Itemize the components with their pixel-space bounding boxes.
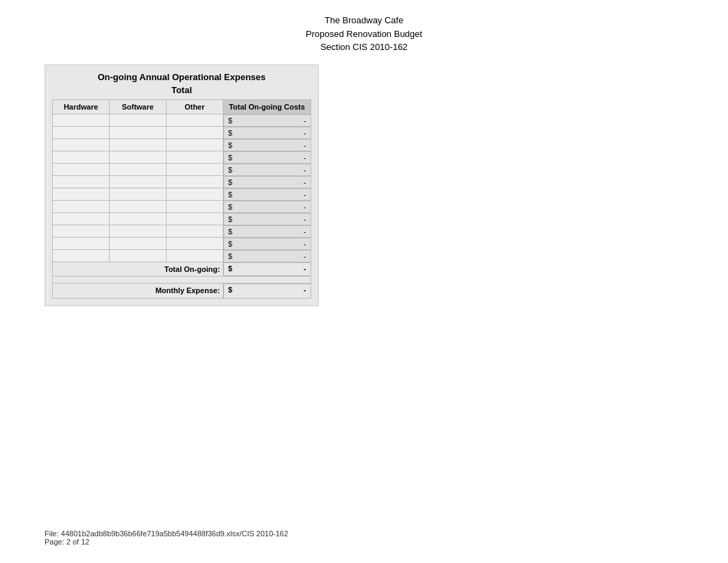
cell-software bbox=[109, 201, 166, 213]
dollar-sign: $ bbox=[228, 286, 232, 297]
cell-software bbox=[109, 188, 166, 201]
cell-software bbox=[109, 164, 166, 176]
subtotal-row: Total On-going:$- bbox=[53, 262, 311, 277]
cell-total: $- bbox=[223, 188, 311, 201]
cell-other bbox=[166, 250, 223, 262]
cell-total: $- bbox=[223, 151, 311, 164]
cell-other bbox=[166, 114, 223, 127]
col-header-software: Software bbox=[109, 99, 166, 114]
cell-software bbox=[109, 213, 166, 225]
cell-hardware bbox=[53, 250, 110, 262]
cell-total: $- bbox=[223, 114, 311, 127]
dollar-sign: $ bbox=[228, 227, 232, 236]
cell-total: $- bbox=[223, 127, 311, 139]
cell-software bbox=[109, 225, 166, 238]
table-row: $- bbox=[53, 238, 311, 250]
content-area: On-going Annual Operational Expenses Tot… bbox=[0, 61, 728, 307]
cell-other bbox=[166, 151, 223, 164]
monthly-row: Monthly Expense:$- bbox=[53, 283, 311, 299]
cell-hardware bbox=[53, 213, 110, 225]
cell-software bbox=[109, 250, 166, 262]
cell-other bbox=[166, 127, 223, 139]
cell-total: $- bbox=[223, 176, 311, 188]
header-line2: Proposed Renovation Budget bbox=[0, 27, 728, 41]
cell-other bbox=[166, 164, 223, 176]
section-title: On-going Annual Operational Expenses bbox=[52, 72, 311, 82]
table-row: $- bbox=[53, 151, 311, 164]
dollar-sign: $ bbox=[228, 252, 232, 260]
cell-software bbox=[109, 139, 166, 151]
cell-hardware bbox=[53, 127, 110, 139]
cell-other bbox=[166, 176, 223, 188]
value: - bbox=[304, 264, 306, 274]
table-row: $- bbox=[53, 127, 311, 139]
table-row: $- bbox=[53, 139, 311, 151]
cell-total: $- bbox=[223, 250, 311, 262]
cell-total: $- bbox=[223, 238, 311, 250]
page-header: The Broadway Cafe Proposed Renovation Bu… bbox=[0, 0, 728, 54]
dollar-sign: $ bbox=[228, 190, 232, 199]
dollar-sign: $ bbox=[228, 264, 232, 274]
value: - bbox=[304, 129, 306, 137]
value: - bbox=[304, 190, 306, 199]
value: - bbox=[304, 141, 306, 149]
value: - bbox=[304, 227, 306, 236]
total-label: Total bbox=[52, 85, 311, 95]
value: - bbox=[304, 166, 306, 174]
cell-other bbox=[166, 238, 223, 250]
cell-total: $- bbox=[223, 164, 311, 176]
cell-software bbox=[109, 114, 166, 127]
dollar-sign: $ bbox=[228, 141, 232, 149]
header-line1: The Broadway Cafe bbox=[0, 14, 728, 27]
table-row: $- bbox=[53, 213, 311, 225]
cell-total: $- bbox=[223, 139, 311, 151]
cell-hardware bbox=[53, 188, 110, 201]
table-row: $- bbox=[53, 201, 311, 213]
table-container: On-going Annual Operational Expenses Tot… bbox=[45, 64, 319, 307]
footer-page: Page: 2 of 12 bbox=[45, 538, 288, 546]
col-header-other: Other bbox=[166, 99, 223, 114]
table-row: $- bbox=[53, 164, 311, 176]
dollar-sign: $ bbox=[228, 203, 232, 211]
footer-file: File: 44801b2adb8b9b36b66fe719a5bb549448… bbox=[45, 529, 288, 538]
spacer-row bbox=[53, 276, 311, 283]
value: - bbox=[304, 252, 306, 260]
cell-other bbox=[166, 139, 223, 151]
page-footer: File: 44801b2adb8b9b36b66fe719a5bb549448… bbox=[45, 529, 288, 546]
cell-other bbox=[166, 225, 223, 238]
dollar-sign: $ bbox=[228, 129, 232, 137]
dollar-sign: $ bbox=[228, 166, 232, 174]
expense-table: Hardware Software Other Total On-going C… bbox=[52, 99, 311, 299]
cell-other bbox=[166, 188, 223, 201]
cell-other bbox=[166, 201, 223, 213]
dollar-sign: $ bbox=[228, 240, 232, 248]
dollar-sign: $ bbox=[228, 215, 232, 223]
cell-software bbox=[109, 127, 166, 139]
subtotal-value: $- bbox=[223, 262, 311, 276]
cell-other bbox=[166, 213, 223, 225]
dollar-sign: $ bbox=[228, 153, 232, 162]
value: - bbox=[304, 286, 306, 297]
cell-hardware bbox=[53, 225, 110, 238]
col-header-total: Total On-going Costs bbox=[223, 99, 311, 114]
value: - bbox=[304, 178, 306, 186]
value: - bbox=[304, 203, 306, 211]
cell-software bbox=[109, 238, 166, 250]
table-row: $- bbox=[53, 225, 311, 238]
monthly-value: $- bbox=[223, 284, 311, 299]
cell-hardware bbox=[53, 238, 110, 250]
cell-software bbox=[109, 176, 166, 188]
col-header-hardware: Hardware bbox=[53, 99, 110, 114]
table-row: $- bbox=[53, 114, 311, 127]
value: - bbox=[304, 116, 306, 125]
subtotal-label: Total On-going: bbox=[53, 262, 223, 277]
cell-total: $- bbox=[223, 213, 311, 225]
value: - bbox=[304, 153, 306, 162]
dollar-sign: $ bbox=[228, 116, 232, 125]
table-row: $- bbox=[53, 176, 311, 188]
cell-hardware bbox=[53, 151, 110, 164]
table-row: $- bbox=[53, 250, 311, 262]
dollar-sign: $ bbox=[228, 178, 232, 186]
value: - bbox=[304, 240, 306, 248]
cell-hardware bbox=[53, 164, 110, 176]
